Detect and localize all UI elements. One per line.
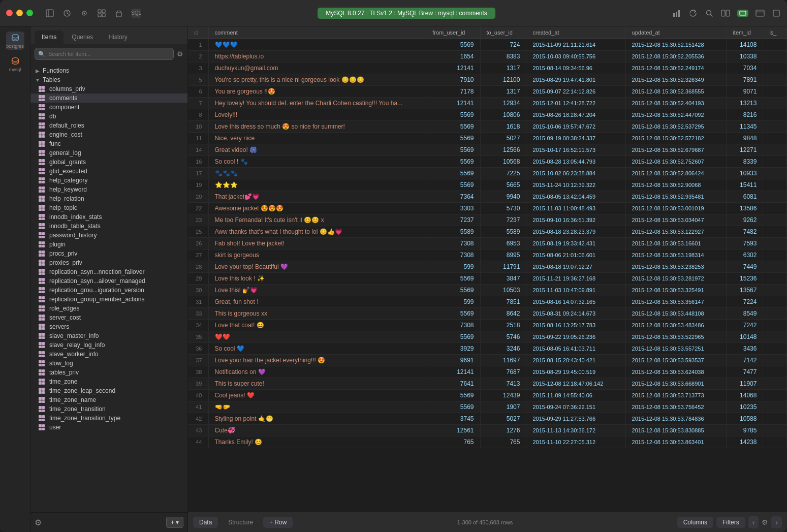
tree-functions[interactable]: ▶ Functions [30,66,187,75]
db-icon-postgres[interactable]: postgres [6,32,24,50]
table-row[interactable]: 30 Love this! 💅💗 5569 10503 2015-11-03 1… [188,285,787,296]
sidebar-item-replication_asyn---ailover_managed[interactable]: replication_asyn...ailover_managed [30,276,187,286]
maximize-button[interactable] [26,10,33,16]
history-icon[interactable] [62,9,72,18]
sidebar-item-comments[interactable]: comments [30,93,187,103]
table-row[interactable]: 19 ⭐⭐⭐ 5569 5665 2015-11-24 10:12:39.322… [188,179,787,191]
db-icon-mysql[interactable]: mysql [6,55,24,73]
table-row[interactable]: 5 You're so pretty, this is a nice ni go… [188,74,787,86]
sidebar-item-help_topic[interactable]: help_topic [30,203,187,212]
sidebar-item-replication_asyn---nnection_failover[interactable]: replication_asyn...nnection_failover [30,267,187,276]
add-row-button[interactable]: + Row [263,517,293,528]
table-row[interactable]: 8 Lovely!!! 5569 10806 2015-08-26 18:28:… [188,109,787,121]
sidebar-item-slave_relay_log_info[interactable]: slave_relay_log_info [30,340,187,350]
col-item-id[interactable]: item_id [727,26,763,39]
sidebar-item-slave_master_info[interactable]: slave_master_info [30,331,187,340]
sidebar-item-password_history[interactable]: password_history [30,231,187,240]
sidebar-item-role_edges[interactable]: role_edges [30,304,187,313]
sidebar-item-time_zone_transition_type[interactable]: time_zone_transition_type [30,414,187,423]
search-input[interactable] [35,48,174,60]
sidebar-item-db[interactable]: db [30,112,187,121]
table-row[interactable]: 29 Love this look ! ✨ 5569 3847 2015-11-… [188,273,787,285]
table-row[interactable]: 36 So cool 💙 3929 3246 2015-08-05 16:41:… [188,343,787,355]
sidebar-item-innodb_index_stats[interactable]: innodb_index_stats [30,212,187,222]
sidebar-item-engine_cost[interactable]: engine_cost [30,130,187,139]
sidebar-item-plugin[interactable]: plugin [30,240,187,249]
col-id[interactable]: id [188,26,208,39]
tab-icon[interactable] [737,10,748,17]
table-row[interactable]: 44 Thanks Emily! 😊 765 765 2015-11-10 22… [188,436,787,448]
table-row[interactable]: 6 You are gorgeous !!😍 7178 1317 2015-09… [188,86,787,98]
sidebar-item-global_grants[interactable]: global_grants [30,158,187,167]
sidebar-item-slow_log[interactable]: slow_log [30,359,187,368]
sidebar-item-slave_worker_info[interactable]: slave_worker_info [30,350,187,359]
lock-icon[interactable] [114,9,123,18]
table-row[interactable]: 1 💙💙💙 5569 724 2015-11-09 21:11:21.614 2… [188,39,787,51]
table-row[interactable]: 23 Me too Fernanda! It's cute isn't it 😊… [188,214,787,226]
close-button[interactable] [6,10,13,16]
table-row[interactable]: 22 Awesome jacket 😍😍😍 3303 5730 2015-11-… [188,203,787,214]
table-row[interactable]: 26 Fab shot! Love the jacket! 7308 6953 … [188,238,787,249]
bottom-gear-icon[interactable]: ⚙ [762,518,768,526]
sidebar-item-user[interactable]: user [30,423,187,432]
sidebar-item-time_zone[interactable]: time_zone [30,377,187,386]
table-row[interactable]: 37 Love your hair the jacket everything!… [188,355,787,366]
sidebar-item-proxies_priv[interactable]: proxies_priv [30,258,187,267]
col-updated-at[interactable]: updated_at [625,26,727,39]
table-row[interactable]: 7 Hey lovely! You should def. enter the … [188,98,787,109]
col-to-user-id[interactable]: to_user_id [480,26,526,39]
table-row[interactable]: 11 Nice, very nice 5569 5027 2015-09-19 … [188,133,787,144]
grid-icon[interactable] [97,9,106,18]
sidebar-item-replication_grou---iguration_version[interactable]: replication_grou...iguration_version [30,286,187,295]
chart-icon[interactable] [672,9,681,18]
table-row[interactable]: 3 duchuykun@gmail.com 12141 1317 2015-08… [188,62,787,74]
table-row[interactable]: 41 🤜🤛 5569 1907 2015-09-24 07:36:22.151 … [188,401,787,413]
table-row[interactable]: 33 This is gorgeous xx 5569 8642 2015-08… [188,308,787,320]
filter-icon[interactable]: ⚙ [177,50,183,58]
minimize-button[interactable] [16,10,23,16]
table-row[interactable]: 35 ❤️❤️ 5569 5746 2015-09-22 19:05:26.23… [188,331,787,343]
sql-badge[interactable]: SQL [132,9,141,18]
sidebar-item-server_cost[interactable]: server_cost [30,313,187,322]
preview-icon[interactable] [80,9,89,18]
sidebar-item-gtid_executed[interactable]: gtid_executed [30,167,187,176]
tab-history[interactable]: History [101,30,134,44]
table-row[interactable]: 17 🐾🐾🐾 5569 7225 2015-10-02 06:23:38.884… [188,168,787,179]
sidebar-item-columns_priv[interactable]: columns_priv [30,84,187,93]
add-item-button[interactable]: + ▾ [166,517,183,528]
table-row[interactable]: 39 This is super cute! 7641 7413 2015-12… [188,378,787,390]
tab-queries[interactable]: Queries [65,30,100,44]
sidebar-item-replication_group_member_actions[interactable]: replication_group_member_actions [30,295,187,304]
maximize-icon[interactable] [772,9,781,18]
table-row[interactable]: 38 Notifications on 💜 12141 7687 2015-08… [188,366,787,378]
sidebar-item-general_log[interactable]: general_log [30,148,187,158]
tree-tables-header[interactable]: ▼ Tables [30,75,187,84]
window-icon[interactable] [755,9,765,18]
table-row[interactable]: 27 skirt is gorgeous 7308 8995 2015-08-0… [188,249,787,261]
table-row[interactable]: 10 Love this dress so much 😍 so nice for… [188,121,787,133]
tab-data[interactable]: Data [193,517,218,528]
table-row[interactable]: 28 Love your top! Beautiful 💜 599 11791 … [188,261,787,273]
sidebar-item-default_roles[interactable]: default_roles [30,121,187,130]
refresh-icon[interactable] [688,9,698,18]
sidebar-item-time_zone_transition[interactable]: time_zone_transition [30,404,187,414]
search-icon[interactable] [705,9,714,18]
sidebar-item-procs_priv[interactable]: procs_priv [30,249,187,258]
columns-button[interactable]: Columns [677,517,713,528]
table-row[interactable]: 25 Aww thanks that's what I thought to l… [188,226,787,238]
sidebar-item-time_zone_name[interactable]: time_zone_name [30,395,187,404]
table-row[interactable]: 14 Great video! 🎆 5569 12566 2015-10-17 … [188,144,787,156]
table-row[interactable]: 31 Great, fun shot ! 599 7851 2015-08-16… [188,296,787,308]
split-view-icon[interactable] [721,9,730,18]
tab-items[interactable]: Items [35,30,64,44]
col-from-user-id[interactable]: from_user_id [426,26,480,39]
sidebar-item-tables_priv[interactable]: tables_priv [30,368,187,377]
sidebar-item-help_keyword[interactable]: help_keyword [30,185,187,194]
prev-page-button[interactable]: ‹ [748,516,759,528]
col-is[interactable]: is_ [763,26,787,39]
table-row[interactable]: 16 So cool ! 🐾 5569 10568 2015-08-28 13:… [188,156,787,168]
sidebar-item-help_relation[interactable]: help_relation [30,194,187,203]
table-row[interactable]: 34 Love that coat! 😄 7308 2518 2015-08-1… [188,320,787,331]
sidebar-item-time_zone_leap_second[interactable]: time_zone_leap_second [30,386,187,395]
sidebar-gear-icon[interactable]: ⚙ [35,518,42,527]
